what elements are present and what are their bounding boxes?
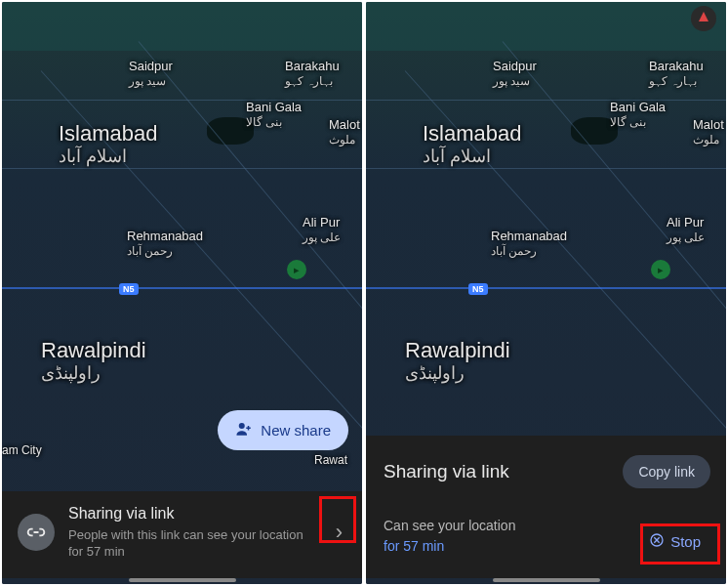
location-pin[interactable]: ▸ [287,260,306,279]
place-saidpur: Saidpurسید پور [493,59,537,88]
place-banigala: Bani Galaبنی گالا [610,100,666,129]
place-alipur: Ali Purعلی پور [667,215,705,244]
close-circle-icon [649,532,665,551]
place-rehmanabad: Rehmanabadرحمن آباد [127,229,203,258]
location-pin[interactable]: ▸ [651,260,670,279]
phone-left: Saidpurسید پور Barakahuبہارہ کہو Bani Ga… [2,2,362,584]
new-share-button[interactable]: New share [218,410,348,450]
place-rehmanabad: Rehmanabadرحمن آباد [491,229,567,258]
chevron-right-icon[interactable]: › [332,516,346,549]
share-detail-sheet: Sharing via link Copy link Can see your … [366,436,726,578]
home-indicator [129,578,236,582]
new-share-label: New share [261,422,331,439]
copy-link-button[interactable]: Copy link [623,455,710,488]
place-rawat: Rawat [314,453,347,467]
home-indicator [493,578,600,582]
place-saidpur: Saidpurسید پور [129,59,173,88]
link-icon [18,514,55,551]
place-amcity: am City [2,443,42,457]
place-rawalpindi: Rawalpindiراولپنڈی [405,338,510,385]
place-malot: Malotملوث [329,117,360,146]
place-islamabad: Islamabadاسلام آباد [59,121,158,168]
place-barakahu: Barakahuبہارہ کہو [285,59,340,88]
sheet-title: Sharing via link [68,505,318,523]
place-barakahu: Barakahuبہارہ کہو [649,59,704,88]
sheet-desc: People with this link can see your locat… [68,526,318,561]
compass-icon[interactable] [691,6,716,31]
sheet-title: Sharing via link [384,461,509,482]
route-badge-n5: N5 [468,283,488,295]
place-islamabad: Islamabadاسلام آباد [423,121,522,168]
person-add-icon [235,420,253,440]
place-banigala: Bani Galaبنی گالا [246,100,302,129]
svg-point-0 [239,423,245,429]
share-sheet[interactable]: Sharing via link People with this link c… [2,491,362,578]
share-info: Can see your location for 57 min [384,516,515,557]
place-malot: Malotملوث [693,117,724,146]
phone-right: Saidpurسید پور Barakahuبہارہ کہو Bani Ga… [366,2,726,584]
place-alipur: Ali Purعلی پور [303,215,341,244]
route-badge-n5: N5 [119,283,139,295]
stop-button[interactable]: Stop [639,526,710,557]
place-rawalpindi: Rawalpindiراولپنڈی [41,338,146,385]
